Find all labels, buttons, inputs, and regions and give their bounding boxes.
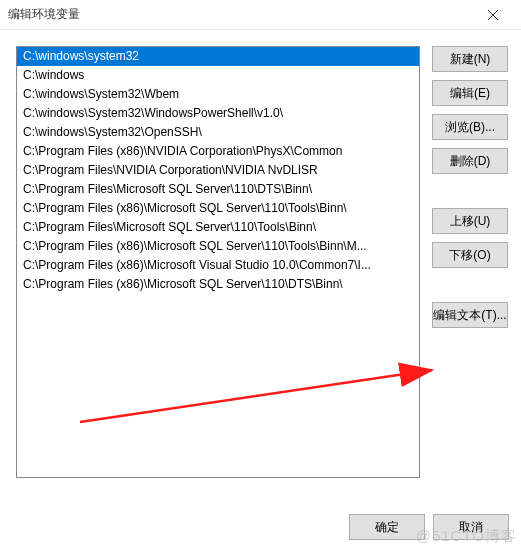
path-row[interactable]: C:\Program Files (x86)\Microsoft SQL Ser… — [17, 199, 419, 218]
path-row[interactable]: C:\windows\System32\WindowsPowerShell\v1… — [17, 104, 419, 123]
browse-button[interactable]: 浏览(B)... — [432, 114, 508, 140]
path-row[interactable]: C:\Program Files\Microsoft SQL Server\11… — [17, 180, 419, 199]
movedown-button[interactable]: 下移(O) — [432, 242, 508, 268]
moveup-button[interactable]: 上移(U) — [432, 208, 508, 234]
path-row[interactable]: C:\windows\system32 — [17, 47, 419, 66]
path-row[interactable]: C:\Program Files\Microsoft SQL Server\11… — [17, 218, 419, 237]
watermark: @51CTO博客 — [416, 527, 517, 546]
edit-button[interactable]: 编辑(E) — [432, 80, 508, 106]
path-row[interactable]: C:\windows\System32\Wbem — [17, 85, 419, 104]
path-row[interactable]: C:\windows\System32\OpenSSH\ — [17, 123, 419, 142]
titlebar: 编辑环境变量 — [0, 0, 521, 30]
path-row[interactable]: C:\Program Files (x86)\Microsoft SQL Ser… — [17, 275, 419, 294]
button-column: 新建(N) 编辑(E) 浏览(B)... 删除(D) 上移(U) 下移(O) 编… — [432, 46, 508, 478]
ok-button[interactable]: 确定 — [349, 514, 425, 540]
path-row[interactable]: C:\Program Files (x86)\NVIDIA Corporatio… — [17, 142, 419, 161]
path-row[interactable]: C:\Program Files (x86)\Microsoft SQL Ser… — [17, 237, 419, 256]
delete-button[interactable]: 删除(D) — [432, 148, 508, 174]
window-title: 编辑环境变量 — [8, 6, 473, 23]
dialog-content: C:\windows\system32C:\windowsC:\windows\… — [0, 30, 521, 478]
path-row[interactable]: C:\windows — [17, 66, 419, 85]
path-row[interactable]: C:\Program Files\NVIDIA Corporation\NVID… — [17, 161, 419, 180]
edittext-button[interactable]: 编辑文本(T)... — [432, 302, 508, 328]
close-icon — [488, 10, 498, 20]
new-button[interactable]: 新建(N) — [432, 46, 508, 72]
path-row[interactable]: C:\Program Files (x86)\Microsoft Visual … — [17, 256, 419, 275]
path-listbox[interactable]: C:\windows\system32C:\windowsC:\windows\… — [16, 46, 420, 478]
close-button[interactable] — [473, 0, 513, 30]
